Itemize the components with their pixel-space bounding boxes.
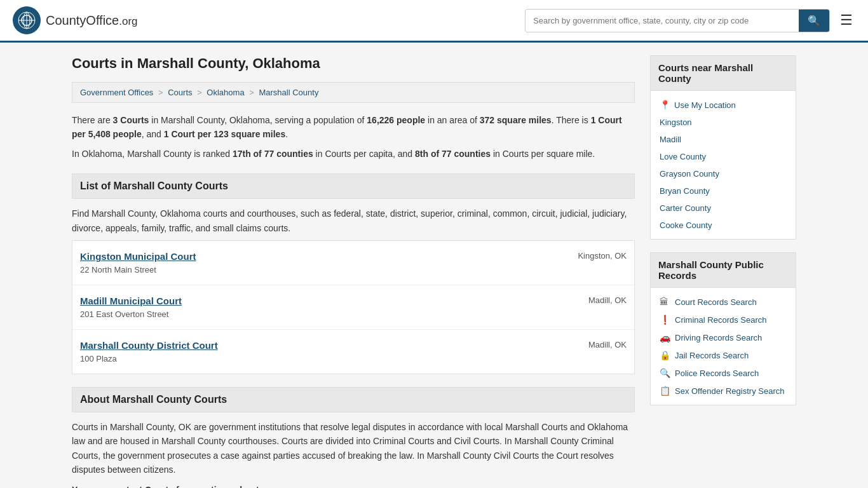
main-container: Courts in Marshall County, Oklahoma Gove…	[59, 43, 809, 488]
rank-sqmile: 8th of 77 counties	[415, 149, 491, 159]
logo-text: CountyOffice.org	[46, 13, 138, 28]
court-info-3: Marshall County District Court 100 Plaza	[80, 340, 576, 363]
header-right: 🔍 ☰	[525, 9, 855, 32]
sidebar-item-love-county[interactable]: Love County	[651, 148, 796, 165]
court-location-kingston-municipal: Kingston, OK	[578, 251, 627, 261]
court-records-icon: 🏛	[660, 297, 670, 307]
breadcrumb-marshall[interactable]: Marshall County	[259, 88, 318, 97]
search-button[interactable]: 🔍	[799, 10, 829, 32]
sidebar-records-content: 🏛 Court Records Search ❗ Criminal Record…	[651, 288, 796, 405]
search-bar: 🔍	[525, 9, 830, 32]
court-name-kingston-municipal[interactable]: Kingston Municipal Court	[80, 251, 565, 262]
court-name-madill-municipal[interactable]: Madill Municipal Court	[80, 295, 576, 306]
breadcrumb: Government Offices > Courts > Oklahoma >…	[72, 82, 635, 103]
court-count: 3 Courts	[113, 115, 149, 125]
sidebar-item-carter-county[interactable]: Carter County	[651, 200, 796, 217]
court-location-madill-municipal: Madill, OK	[588, 295, 627, 305]
table-row: Madill Municipal Court 201 East Overton …	[72, 285, 634, 330]
court-address-madill-municipal: 201 East Overton Street	[80, 309, 168, 319]
search-input[interactable]	[526, 11, 799, 30]
criminal-records-icon: ❗	[660, 315, 670, 325]
jail-records-icon: 🔒	[660, 350, 670, 360]
court-info-1: Kingston Municipal Court 22 North Main S…	[80, 251, 565, 274]
sidebar-item-madill[interactable]: Madill	[651, 131, 796, 148]
sidebar-criminal-records[interactable]: ❗ Criminal Records Search	[651, 311, 796, 329]
site-header: CountyOffice.org 🔍 ☰	[0, 0, 868, 43]
court-name-marshall-district[interactable]: Marshall County District Court	[80, 340, 576, 351]
sidebar-police-records[interactable]: 🔍 Police Records Search	[651, 364, 796, 382]
driving-records-link[interactable]: Driving Records Search	[675, 333, 762, 342]
court-address-kingston-municipal: 22 North Main Street	[80, 265, 156, 274]
page-title: Courts in Marshall County, Oklahoma	[72, 55, 635, 72]
sidebar-item-cooke-county[interactable]: Cooke County	[651, 217, 796, 234]
list-description: Find Marshall County, Oklahoma courts an…	[72, 207, 635, 235]
police-records-icon: 🔍	[660, 368, 670, 378]
sidebar-jail-records[interactable]: 🔒 Jail Records Search	[651, 346, 796, 364]
court-address-marshall-district: 100 Plaza	[80, 354, 117, 363]
about-text: Courts in Marshall County, OK are govern…	[72, 420, 635, 477]
intro-paragraph-2: In Oklahoma, Marshall County is ranked 1…	[72, 147, 635, 161]
sidebar-records-title: Marshall County Public Records	[651, 253, 796, 288]
breadcrumb-sep1: >	[158, 88, 163, 97]
content-area: Courts in Marshall County, Oklahoma Gove…	[72, 55, 635, 488]
intro-paragraph-1: There are 3 Courts in Marshall County, O…	[72, 113, 635, 142]
kingston-link[interactable]: Kingston	[660, 118, 692, 127]
bryan-county-link[interactable]: Bryan County	[660, 186, 710, 196]
about-section-header: About Marshall County Courts	[72, 387, 635, 412]
sidebar-sex-offender-records[interactable]: 📋 Sex Offender Registry Search	[651, 382, 796, 400]
love-county-link[interactable]: Love County	[660, 152, 706, 161]
table-row: Marshall County District Court 100 Plaza…	[72, 330, 634, 374]
carter-county-link[interactable]: Carter County	[660, 203, 711, 213]
sidebar-court-records[interactable]: 🏛 Court Records Search	[651, 293, 796, 311]
logo-suffix: .org	[119, 15, 137, 27]
sidebar: Courts near Marshall County 📍 Use My Loc…	[650, 55, 796, 488]
sidebar-item-grayson-county[interactable]: Grayson County	[651, 165, 796, 182]
cooke-county-link[interactable]: Cooke County	[660, 220, 712, 230]
criminal-records-link[interactable]: Criminal Records Search	[675, 315, 767, 325]
breadcrumb-sep3: >	[249, 88, 254, 97]
court-records-link[interactable]: Court Records Search	[675, 297, 757, 307]
list-section-title: List of Marshall County Courts	[80, 180, 228, 191]
logo-area: CountyOffice.org	[13, 6, 138, 34]
grayson-county-link[interactable]: Grayson County	[660, 169, 719, 179]
driving-records-icon: 🚗	[660, 332, 670, 342]
sidebar-nearby-section: Courts near Marshall County 📍 Use My Loc…	[650, 55, 796, 240]
table-row: Kingston Municipal Court 22 North Main S…	[72, 241, 634, 285]
about-section-title: About Marshall County Courts	[80, 394, 227, 405]
sidebar-nearby-content: 📍 Use My Location Kingston Madill Love C…	[651, 91, 796, 239]
contact-title: You may contact Courts for questions abo…	[72, 485, 635, 488]
rank-capita: 17th of 77 counties	[233, 149, 313, 159]
sidebar-nearby-title: Courts near Marshall County	[651, 56, 796, 91]
sex-offender-records-icon: 📋	[660, 386, 670, 396]
about-section: About Marshall County Courts Courts in M…	[72, 387, 635, 488]
logo-icon	[13, 6, 41, 34]
list-section-header: List of Marshall County Courts	[72, 173, 635, 199]
population: 16,226 people	[367, 115, 425, 125]
use-my-location-link[interactable]: Use My Location	[674, 100, 736, 110]
breadcrumb-sep2: >	[197, 88, 202, 97]
jail-records-link[interactable]: Jail Records Search	[675, 351, 749, 360]
court-location-marshall-district: Madill, OK	[588, 340, 627, 349]
location-pin-icon: 📍	[660, 100, 670, 110]
logo-name: CountyOffice	[46, 13, 119, 27]
police-records-link[interactable]: Police Records Search	[675, 369, 759, 378]
breadcrumb-courts[interactable]: Courts	[168, 88, 192, 97]
sidebar-records-section: Marshall County Public Records 🏛 Court R…	[650, 252, 796, 405]
breadcrumb-oklahoma[interactable]: Oklahoma	[207, 88, 244, 97]
madill-link[interactable]: Madill	[660, 135, 681, 144]
sidebar-item-kingston[interactable]: Kingston	[651, 114, 796, 131]
sidebar-item-bryan-county[interactable]: Bryan County	[651, 182, 796, 200]
hamburger-menu[interactable]: ☰	[837, 10, 855, 31]
sidebar-use-location[interactable]: 📍 Use My Location	[651, 96, 796, 114]
court-info-2: Madill Municipal Court 201 East Overton …	[80, 295, 576, 319]
breadcrumb-gov-offices[interactable]: Government Offices	[80, 88, 153, 97]
courts-list: Kingston Municipal Court 22 North Main S…	[72, 240, 635, 374]
per-sqmile: 1 Court per 123 square miles	[164, 129, 285, 139]
area: 372 square miles	[480, 115, 552, 125]
sidebar-driving-records[interactable]: 🚗 Driving Records Search	[651, 329, 796, 346]
sex-offender-link[interactable]: Sex Offender Registry Search	[675, 386, 784, 396]
